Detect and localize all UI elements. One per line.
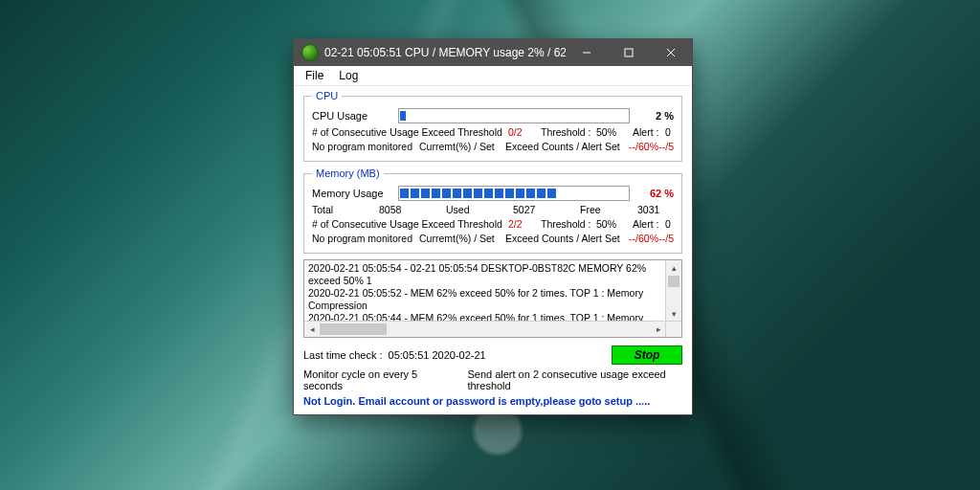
cpu-exceed-counts: Exceed Counts / Alert Set <box>505 141 620 152</box>
cpu-threshold-value: 50% <box>596 126 633 138</box>
last-check-label: Last time check : <box>303 349 383 361</box>
memory-threshold-value: 50% <box>596 218 633 230</box>
vertical-scrollbar[interactable]: ▴ ▾ <box>665 260 681 322</box>
alert-rule-text: Send alert on 2 consecutive usage exceed… <box>467 368 682 391</box>
stop-button[interactable]: Stop <box>612 345 682 365</box>
memory-legend: Memory (MB) <box>312 167 384 179</box>
cpu-usage-label: CPU Usage <box>312 110 398 122</box>
memory-free-value: 3031 <box>637 204 659 215</box>
menu-bar: File Log <box>294 66 692 86</box>
scroll-left-icon[interactable]: ◂ <box>304 322 320 337</box>
monitor-cycle-text: Monitor cycle on every 5 seconds <box>303 368 440 391</box>
minimize-icon <box>582 48 591 57</box>
memory-used-value: 5027 <box>513 204 580 215</box>
close-icon <box>666 48 676 57</box>
memory-exceed-value: 2/2 <box>508 218 541 230</box>
cpu-set-alert: --/5 <box>658 141 674 152</box>
log-listbox[interactable]: 2020-02-21 05:05:54 - 02-21 05:05:54 DES… <box>303 259 682 338</box>
svg-rect-1 <box>625 49 633 56</box>
close-button[interactable] <box>650 39 692 66</box>
log-line[interactable]: 2020-02-21 05:05:52 - MEM 62% exceed 50%… <box>308 287 679 312</box>
cpu-group: CPU CPU Usage 2 % # of Consecutive Usage… <box>303 90 682 162</box>
maximize-icon <box>624 48 634 57</box>
memory-free-label: Free <box>580 204 637 215</box>
scroll-down-icon[interactable]: ▾ <box>666 306 681 322</box>
maximize-button[interactable] <box>608 39 650 66</box>
last-check-value: 05:05:51 2020-02-21 <box>389 349 486 361</box>
memory-set-alert: --/5 <box>658 233 674 244</box>
cpu-usage-bar <box>398 108 630 123</box>
memory-set-threshold: --/60% <box>620 233 658 244</box>
vertical-scroll-track[interactable] <box>666 276 681 306</box>
memory-alert-label: Alert : <box>633 218 665 230</box>
titlebar[interactable]: 02-21 05:05:51 CPU / MEMORY usage 2% / 6… <box>294 39 692 66</box>
memory-usage-bar <box>398 186 630 201</box>
cpu-threshold-label: Threshold : <box>541 126 596 138</box>
desktop-background: 02-21 05:05:51 CPU / MEMORY usage 2% / 6… <box>0 0 980 490</box>
window-title: 02-21 05:05:51 CPU / MEMORY usage 2% / 6… <box>324 46 566 59</box>
minimize-button[interactable] <box>566 39 608 66</box>
memory-alert-value: 0 <box>665 218 671 230</box>
cpu-monitored: No program monitored <box>312 141 419 152</box>
memory-monitored: No program monitored <box>312 233 419 244</box>
memory-used-label: Used <box>446 204 513 215</box>
cpu-set-threshold: --/60% <box>620 141 658 152</box>
app-window: 02-21 05:05:51 CPU / MEMORY usage 2% / 6… <box>293 38 693 415</box>
horizontal-scrollbar[interactable]: ◂ ▸ <box>304 321 666 337</box>
cpu-usage-fill <box>400 111 406 121</box>
memory-usage-percent: 62 % <box>630 188 674 199</box>
memory-usage-label: Memory Usage <box>312 188 398 199</box>
scroll-up-icon[interactable]: ▴ <box>666 260 681 276</box>
app-icon <box>301 44 319 61</box>
scroll-right-icon[interactable]: ▸ <box>651 322 666 337</box>
vertical-scroll-thumb[interactable] <box>668 276 679 287</box>
cpu-alert-label: Alert : <box>633 126 665 138</box>
log-line[interactable]: 2020-02-21 05:05:54 - 02-21 05:05:54 DES… <box>308 262 679 287</box>
memory-exceed-label: # of Consecutive Usage Exceed Threshold <box>312 218 508 230</box>
memory-exceed-counts: Exceed Counts / Alert Set <box>505 233 620 244</box>
horizontal-scroll-thumb[interactable] <box>320 323 387 335</box>
memory-total-label: Total <box>312 204 379 215</box>
scroll-corner <box>665 321 681 337</box>
menu-file[interactable]: File <box>298 67 331 84</box>
horizontal-scroll-track[interactable] <box>320 322 651 337</box>
cpu-exceed-label: # of Consecutive Usage Exceed Threshold <box>312 126 508 138</box>
memory-current-set: Curremt(%) / Set <box>419 233 505 244</box>
cpu-usage-percent: 2 % <box>630 110 674 122</box>
memory-threshold-label: Threshold : <box>541 218 596 230</box>
menu-log[interactable]: Log <box>331 67 366 84</box>
cpu-alert-value: 0 <box>665 126 671 138</box>
memory-group: Memory (MB) Memory Usage 62 % Total 8058… <box>303 167 682 254</box>
client-area: CPU CPU Usage 2 % # of Consecutive Usage… <box>294 86 692 414</box>
login-warning-link[interactable]: Not Login. Email account or password is … <box>303 395 682 407</box>
log-line[interactable]: 2020-02-21 05:05:39 - Not login alert me… <box>308 337 679 338</box>
cpu-current-set: Curremt(%) / Set <box>419 141 505 152</box>
cpu-legend: CPU <box>312 90 342 101</box>
memory-total-value: 8058 <box>379 204 446 215</box>
cpu-exceed-value: 0/2 <box>508 126 541 138</box>
